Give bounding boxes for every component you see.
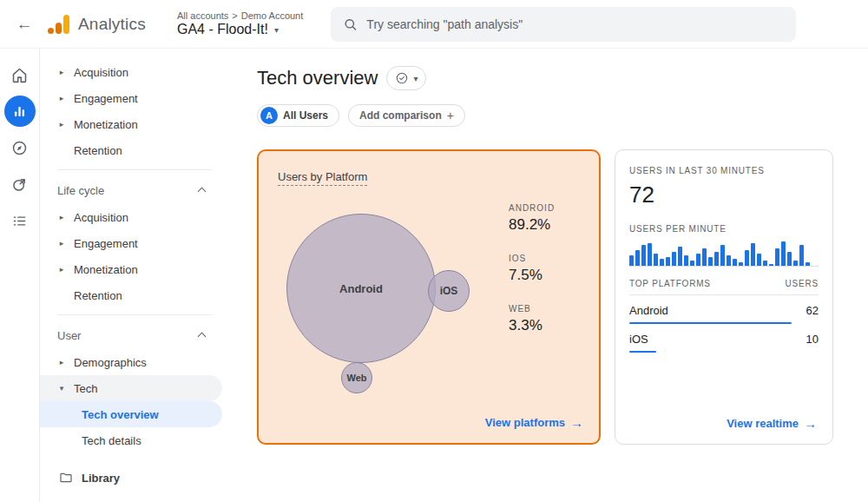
sidebar-item-library[interactable]: Library bbox=[40, 464, 222, 492]
account-switcher[interactable]: All accounts > Demo Account GA4 - Flood-… bbox=[177, 10, 303, 37]
platform-stat: WEB3.3% bbox=[509, 304, 555, 334]
minute-bar bbox=[629, 255, 634, 266]
page-title: Tech overview bbox=[257, 67, 378, 89]
minute-bar bbox=[702, 248, 707, 266]
check-circle-icon bbox=[395, 71, 409, 85]
triangle-down-icon: ▾ bbox=[57, 384, 66, 393]
minute-bar bbox=[684, 255, 688, 266]
property-name: GA4 - Flood-It! bbox=[177, 22, 268, 37]
minute-bar bbox=[678, 247, 682, 266]
library-icon bbox=[59, 471, 73, 485]
triangle-right-icon: ▸ bbox=[57, 265, 66, 274]
sidebar-item-tech[interactable]: ▾Tech bbox=[40, 375, 222, 401]
sidebar-item-monetization[interactable]: ▸Monetization bbox=[40, 256, 222, 282]
sidebar-divider bbox=[57, 169, 212, 170]
realtime-card: USERS IN LAST 30 MINUTES 72 USERS PER MI… bbox=[615, 149, 833, 445]
sidebar-item-demographics[interactable]: ▸Demographics bbox=[40, 349, 222, 375]
minute-bar bbox=[727, 255, 731, 266]
top-platforms-header: TOP PLATFORMS USERS bbox=[629, 279, 819, 295]
minute-bar bbox=[799, 245, 804, 266]
view-realtime-link[interactable]: View realtime → bbox=[727, 416, 817, 431]
minute-bar bbox=[745, 250, 749, 266]
top-platforms-rows: Android62iOS10 bbox=[629, 304, 819, 353]
bubble-android: Android bbox=[286, 214, 436, 363]
chevron-up-icon bbox=[198, 188, 207, 196]
triangle-right-icon: ▸ bbox=[57, 68, 66, 76]
chevron-down-icon: ▾ bbox=[274, 25, 279, 35]
sidebar-item-retention[interactable]: Retention bbox=[40, 282, 222, 308]
minute-bar bbox=[775, 248, 779, 266]
triangle-right-icon: ▸ bbox=[57, 94, 66, 102]
breadcrumb-root[interactable]: All accounts bbox=[177, 10, 228, 21]
report-status-dropdown[interactable]: ▾ bbox=[386, 66, 426, 90]
sidebar-item-engagement[interactable]: ▸Engagement bbox=[40, 230, 222, 256]
sidebar-section-user[interactable]: User bbox=[40, 321, 222, 349]
minute-bar bbox=[739, 262, 743, 266]
platform-stat: IOS7.5% bbox=[509, 254, 555, 284]
all-users-chip[interactable]: A All Users bbox=[257, 104, 339, 127]
property-selector[interactable]: GA4 - Flood-It! ▾ bbox=[177, 22, 303, 37]
triangle-right-icon: ▸ bbox=[57, 358, 66, 367]
configure-icon[interactable] bbox=[4, 205, 36, 236]
back-button[interactable]: ← bbox=[7, 7, 42, 42]
chevron-down-icon: ▾ bbox=[413, 74, 418, 83]
users-per-minute-chart bbox=[629, 241, 819, 267]
breadcrumb-current[interactable]: Demo Account bbox=[241, 10, 304, 21]
minute-bar bbox=[763, 261, 767, 266]
all-users-label: All Users bbox=[283, 109, 328, 122]
analytics-logo-icon bbox=[47, 13, 70, 36]
view-platforms-link[interactable]: View platforms → bbox=[485, 415, 583, 430]
search-input[interactable] bbox=[366, 17, 784, 31]
analytics-app: ← Analytics All accounts > Demo Account … bbox=[0, 0, 868, 502]
sidebar-nav: ▸Acquisition▸Engagement▸MonetizationRete… bbox=[40, 49, 222, 502]
triangle-right-icon: ▸ bbox=[57, 213, 66, 221]
minute-bar bbox=[696, 254, 700, 266]
reports-icon[interactable] bbox=[4, 96, 36, 127]
minute-bar bbox=[720, 245, 725, 266]
add-comparison-chip[interactable]: Add comparison + bbox=[348, 104, 465, 127]
top-bar: ← Analytics All accounts > Demo Account … bbox=[0, 0, 868, 49]
platform-card-title[interactable]: Users by Platform bbox=[278, 170, 367, 186]
platform-users: 10 bbox=[806, 333, 819, 346]
sidebar-item-acquisition[interactable]: ▸Acquisition bbox=[40, 204, 222, 230]
explore-icon[interactable] bbox=[4, 132, 36, 163]
minute-bar bbox=[787, 252, 792, 266]
advertising-icon[interactable] bbox=[4, 168, 36, 200]
sidebar-item-monetization[interactable]: ▸Monetization bbox=[40, 111, 222, 137]
minute-bar bbox=[793, 261, 798, 266]
add-comparison-label: Add comparison bbox=[359, 109, 442, 122]
back-arrow-icon: ← bbox=[16, 15, 33, 34]
bubble-ios: iOS bbox=[428, 270, 470, 312]
nav-rail bbox=[0, 49, 40, 502]
platform-name: Android bbox=[629, 304, 668, 317]
sidebar-item-engagement[interactable]: ▸Engagement bbox=[40, 85, 222, 111]
main-content: Tech overview ▾ A All Users Add comparis… bbox=[222, 49, 868, 502]
sidebar-item-tech-overview[interactable]: Tech overview bbox=[40, 401, 222, 427]
home-icon[interactable] bbox=[4, 59, 36, 90]
platform-share-bar bbox=[629, 351, 656, 353]
sidebar-section-life-cycle[interactable]: Life cycle bbox=[40, 176, 222, 204]
platform-users: 62 bbox=[806, 304, 819, 317]
sidebar-item-tech-details[interactable]: Tech details bbox=[40, 427, 222, 453]
sidebar-divider bbox=[57, 314, 212, 315]
brand[interactable]: Analytics bbox=[47, 13, 158, 36]
minute-bar bbox=[769, 264, 773, 266]
minute-bar bbox=[660, 259, 664, 266]
plus-icon: + bbox=[447, 109, 454, 122]
breadcrumb-separator: > bbox=[232, 10, 237, 21]
minute-bar bbox=[648, 243, 652, 266]
realtime-title: USERS IN LAST 30 MINUTES bbox=[629, 166, 819, 175]
users-per-minute-label: USERS PER MINUTE bbox=[629, 224, 819, 234]
sidebar-item-acquisition[interactable]: ▸Acquisition bbox=[40, 59, 222, 85]
chevron-up-icon bbox=[198, 333, 207, 341]
minute-bar bbox=[806, 262, 810, 266]
minute-bar bbox=[757, 254, 761, 266]
minute-bar bbox=[672, 252, 676, 266]
minute-bar bbox=[733, 259, 737, 266]
audience-avatar: A bbox=[260, 107, 278, 124]
sidebar-item-retention[interactable]: Retention bbox=[40, 137, 222, 163]
bubble-web: Web bbox=[341, 362, 372, 393]
minute-bar bbox=[654, 254, 658, 266]
search-bar[interactable] bbox=[331, 7, 796, 42]
platform-stat: ANDROID89.2% bbox=[509, 203, 555, 234]
